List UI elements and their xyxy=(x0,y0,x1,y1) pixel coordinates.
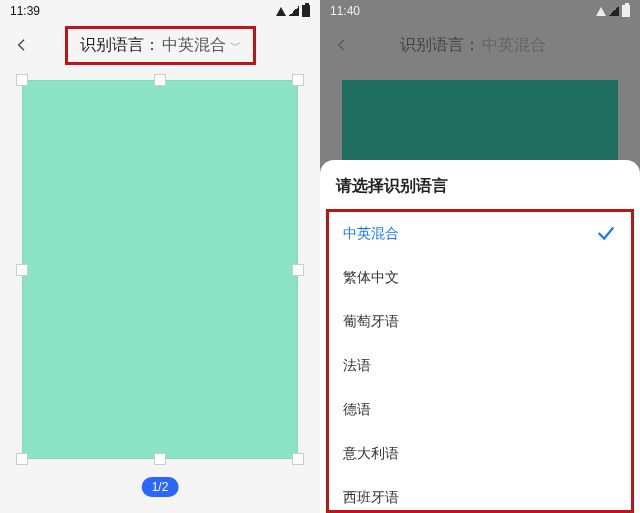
status-bar: 11:40 xyxy=(320,0,640,22)
back-button[interactable] xyxy=(8,31,36,59)
signal-icon xyxy=(609,6,619,16)
language-option[interactable]: 西班牙语 xyxy=(329,476,631,513)
options-list: 中英混合繁体中文葡萄牙语法语德语意大利语西班牙语 xyxy=(326,209,634,513)
language-label: 识别语言： xyxy=(80,35,160,56)
phone-right: 11:40 识别语言： 中英混合 ﹀ 请选择识 xyxy=(320,0,640,513)
clock: 11:39 xyxy=(10,4,40,18)
status-bar: 11:39 xyxy=(0,0,320,22)
option-label: 繁体中文 xyxy=(343,269,399,287)
status-icons xyxy=(276,5,310,17)
crop-handle-bm[interactable] xyxy=(155,454,165,464)
option-label: 葡萄牙语 xyxy=(343,313,399,331)
option-label: 中英混合 xyxy=(343,225,399,243)
language-option[interactable]: 意大利语 xyxy=(329,432,631,476)
wifi-icon xyxy=(596,7,606,16)
header: 识别语言： 中英混合 ﹀ xyxy=(0,22,320,68)
status-icons xyxy=(596,5,630,17)
check-icon xyxy=(595,222,617,247)
phone-left: 11:39 识别语言： 中英混合 ﹀ xyxy=(0,0,320,513)
wifi-icon xyxy=(276,7,286,16)
signal-icon xyxy=(289,6,299,16)
crop-handle-tm[interactable] xyxy=(155,75,165,85)
language-sheet: 请选择识别语言 中英混合繁体中文葡萄牙语法语德语意大利语西班牙语 xyxy=(320,160,640,513)
language-value: 中英混合 xyxy=(482,35,546,56)
language-value: 中英混合 xyxy=(162,35,226,56)
battery-icon xyxy=(622,5,630,17)
option-label: 法语 xyxy=(343,357,371,375)
crop-handle-bl[interactable] xyxy=(17,454,27,464)
language-dropdown[interactable]: 识别语言： 中英混合 ﹀ xyxy=(385,26,576,65)
language-option[interactable]: 法语 xyxy=(329,344,631,388)
chevron-down-icon: ﹀ xyxy=(550,38,561,53)
sheet-title: 请选择识别语言 xyxy=(320,160,640,209)
crop-handle-tr[interactable] xyxy=(293,75,303,85)
back-button[interactable] xyxy=(328,31,356,59)
language-option[interactable]: 中英混合 xyxy=(329,212,631,256)
option-label: 德语 xyxy=(343,401,371,419)
crop-handle-ml[interactable] xyxy=(17,265,27,275)
language-option[interactable]: 繁体中文 xyxy=(329,256,631,300)
language-label: 识别语言： xyxy=(400,35,480,56)
crop-handle-mr[interactable] xyxy=(293,265,303,275)
language-option[interactable]: 葡萄牙语 xyxy=(329,300,631,344)
crop-handle-br[interactable] xyxy=(293,454,303,464)
crop-area[interactable] xyxy=(22,80,298,459)
crop-handle-tl[interactable] xyxy=(17,75,27,85)
chevron-down-icon: ﹀ xyxy=(230,38,241,53)
language-option[interactable]: 德语 xyxy=(329,388,631,432)
page-counter[interactable]: 1/2 xyxy=(142,477,179,497)
option-label: 西班牙语 xyxy=(343,489,399,507)
battery-icon xyxy=(302,5,310,17)
header: 识别语言： 中英混合 ﹀ xyxy=(320,22,640,68)
clock: 11:40 xyxy=(330,4,360,18)
language-dropdown[interactable]: 识别语言： 中英混合 ﹀ xyxy=(65,26,256,65)
option-label: 意大利语 xyxy=(343,445,399,463)
